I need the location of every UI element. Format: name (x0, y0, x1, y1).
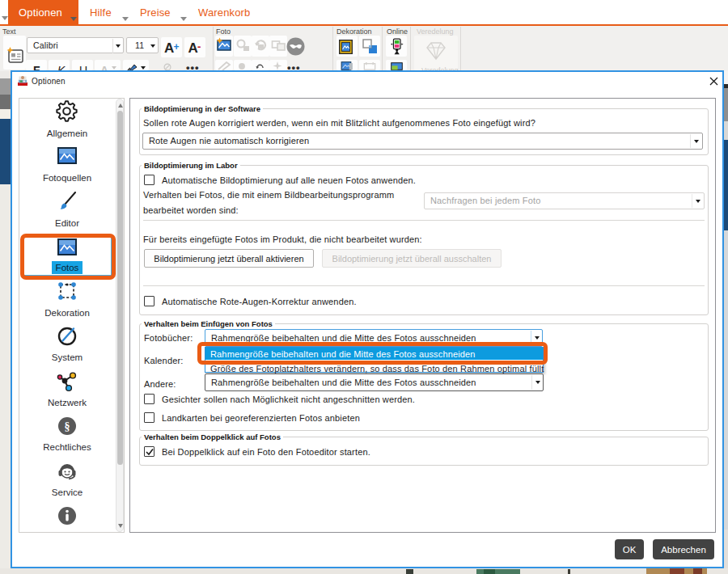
svg-text:§: § (65, 420, 70, 433)
